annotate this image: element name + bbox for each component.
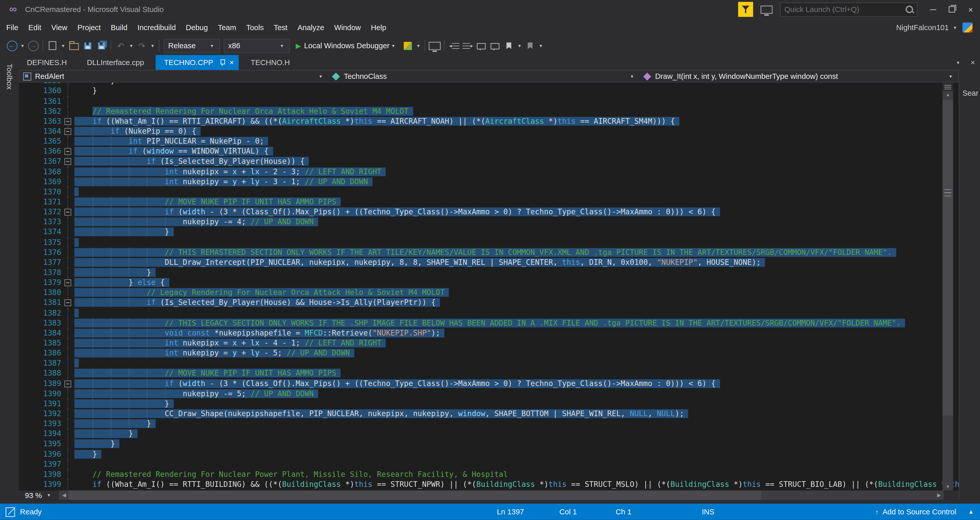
solution-platform-dropdown[interactable]: x86▾ <box>224 38 290 53</box>
bookmark-next-chevron-icon[interactable]: ▾ <box>539 43 542 48</box>
code-line[interactable]: 1391 } <box>19 399 959 409</box>
code-line[interactable]: 1377 DLL_Draw_Intercept(PIP_NUCLEAR, nuk… <box>19 258 959 268</box>
fold-collapse-box[interactable] <box>61 146 74 157</box>
line-number[interactable]: 1378 <box>19 267 61 278</box>
line-number[interactable]: 1399 <box>19 479 61 490</box>
line-number[interactable]: 1397 <box>19 459 61 469</box>
incredibuild-chevron-icon[interactable]: ▾ <box>417 43 420 48</box>
undo-chevron-icon[interactable]: ▾ <box>130 43 132 48</box>
scroll-up-icon[interactable]: ▲ <box>942 91 953 99</box>
line-number[interactable]: 1383 <box>19 318 61 328</box>
close-document-icon[interactable]: × <box>970 58 975 67</box>
code-line[interactable]: 1360 } <box>19 86 959 96</box>
fold-collapse-box[interactable] <box>61 207 74 217</box>
line-number[interactable]: 1374 <box>19 227 61 237</box>
screen-icon[interactable] <box>760 5 773 14</box>
new-file-chevron-icon[interactable]: ▾ <box>62 43 64 48</box>
code-editor[interactable]: 1359 }1360 }13611362 // Remastered Rende… <box>19 83 959 490</box>
code-line[interactable]: 1379 } else { <box>19 278 959 288</box>
menu-incredibuild[interactable]: Incredibuild <box>132 21 181 34</box>
code-line[interactable]: 1387 <box>19 358 959 369</box>
line-number[interactable]: 1363 <box>19 116 61 126</box>
zoom-dropdown[interactable]: 93 % ▾ <box>19 490 59 500</box>
code-line[interactable]: 1398 // Remastered Rendering For Nuclear… <box>19 469 959 479</box>
project-dropdown[interactable]: RedAlert ▾ <box>19 71 328 82</box>
horizontal-scrollbar[interactable] <box>68 490 934 500</box>
code-line[interactable]: 1390 nukepipy -= 5; // UP AND DOWN <box>19 388 959 399</box>
line-number[interactable]: 1359 <box>19 83 61 86</box>
code-line[interactable]: 1371 // MOVE NUKE PIP IF UNIT HAS AMMO P… <box>19 197 959 207</box>
menu-debug[interactable]: Debug <box>181 21 213 34</box>
add-to-source-control-button[interactable]: ↑ Add to Source Control <box>875 507 956 516</box>
code-line[interactable]: 1394 } <box>19 429 959 439</box>
line-number[interactable]: 1365 <box>19 136 61 146</box>
search-icon[interactable] <box>906 6 913 13</box>
code-line[interactable]: 1380 // Legacy Rendering For Nuclear Orc… <box>19 288 959 298</box>
code-line[interactable]: 1367 if (Is_Selected_By_Player(House)) { <box>19 156 959 167</box>
line-number[interactable]: 1396 <box>19 449 61 459</box>
menu-analyze[interactable]: Analyze <box>293 21 329 34</box>
code-line[interactable]: 1376 // THIS REMASTERED SECTION ONLY WOR… <box>19 247 959 258</box>
line-number[interactable]: 1376 <box>19 247 61 258</box>
code-line[interactable]: 1364 if (NukePip == 0) { <box>19 126 959 137</box>
bookmark-chevron-icon[interactable]: ▾ <box>518 43 521 48</box>
line-number[interactable]: 1388 <box>19 368 61 378</box>
code-line[interactable]: 1365 int PIP_NUCLEAR = NukePip - 0; <box>19 136 959 146</box>
line-number[interactable]: 1377 <box>19 258 61 268</box>
quick-launch-input[interactable] <box>784 5 905 14</box>
code-line[interactable]: 1368 int nukepipx = x + lx - 2 - 3; // L… <box>19 167 959 177</box>
tab-defines.h[interactable]: DEFINES.H <box>19 55 75 70</box>
code-line[interactable]: 1384 void const *nukepipshapefile = MFCD… <box>19 328 959 338</box>
minimize-button[interactable] <box>924 2 942 17</box>
line-number[interactable]: 1387 <box>19 358 61 369</box>
increase-indent-button[interactable]: ▸ <box>461 38 474 53</box>
fold-collapse-box[interactable] <box>61 156 74 167</box>
debugger-chevron-icon[interactable]: ▾ <box>392 43 395 48</box>
code-line[interactable]: 1385 int nukepipx = x + lx - 4 - 1; // L… <box>19 338 959 348</box>
line-number[interactable]: 1391 <box>19 399 61 409</box>
code-line[interactable]: 1370 <box>19 187 959 197</box>
code-line[interactable]: 1375 <box>19 237 959 248</box>
uncomment-button[interactable] <box>489 38 501 53</box>
account-badge-icon[interactable] <box>963 22 972 32</box>
line-number[interactable]: 1362 <box>19 106 61 116</box>
line-number[interactable]: 1384 <box>19 328 61 338</box>
menu-help[interactable]: Help <box>366 21 391 34</box>
toggle-bookmark-button[interactable] <box>503 38 515 53</box>
menu-window[interactable]: Window <box>329 21 366 34</box>
line-number[interactable]: 1390 <box>19 388 61 399</box>
navigate-backward-chevron-icon[interactable]: ▾ <box>21 43 24 48</box>
line-number[interactable]: 1395 <box>19 439 61 449</box>
code-line[interactable]: 1361 <box>19 96 959 106</box>
vertical-scrollbar[interactable]: ▲ ▼ <box>942 83 953 490</box>
incredibuild-button[interactable] <box>401 38 414 53</box>
code-line[interactable]: 1359 } <box>19 83 959 86</box>
horizontal-scrollbar-thumb[interactable] <box>68 490 761 500</box>
line-number[interactable]: 1380 <box>19 288 61 298</box>
line-number[interactable]: 1385 <box>19 338 61 348</box>
code-line[interactable]: 1389 if (width - (3 * (Class_Of().Max_Pi… <box>19 378 959 389</box>
line-number[interactable]: 1367 <box>19 156 61 167</box>
pin-icon[interactable] <box>220 59 226 67</box>
code-line[interactable]: 1381 if (Is_Selected_By_Player(House) &&… <box>19 298 959 308</box>
code-line[interactable]: 1372 if (width - (3 * (Class_Of().Max_Pi… <box>19 207 959 217</box>
menu-project[interactable]: Project <box>73 21 106 34</box>
fold-collapse-box[interactable] <box>61 278 74 288</box>
line-number[interactable]: 1368 <box>19 167 61 177</box>
code-line[interactable]: 1373 nukepipy -= 4; // UP AND DOWN <box>19 217 959 227</box>
undo-button[interactable]: ↶ <box>115 38 127 53</box>
code-line[interactable]: 1397 <box>19 459 959 469</box>
scroll-right-icon[interactable]: ▶ <box>934 490 944 500</box>
search-panel-tab[interactable]: Sear <box>959 83 980 97</box>
redo-chevron-icon[interactable]: ▾ <box>151 43 154 48</box>
line-number[interactable]: 1360 <box>19 86 61 96</box>
comment-button[interactable] <box>475 38 488 53</box>
fold-collapse-box[interactable] <box>61 378 74 389</box>
code-line[interactable]: 1388 // MOVE NUKE PIP IF UNIT HAS AMMO P… <box>19 368 959 378</box>
member-dropdown[interactable]: Draw_It(int x, int y, WindowNumberType w… <box>640 71 958 82</box>
feedback-icon[interactable] <box>738 2 753 17</box>
code-line[interactable]: 1395 } <box>19 439 959 449</box>
code-line[interactable]: 1378 } <box>19 267 959 278</box>
menu-tools[interactable]: Tools <box>241 21 269 34</box>
tab-dllinterface.cpp[interactable]: DLLInterface.cpp <box>79 55 152 70</box>
